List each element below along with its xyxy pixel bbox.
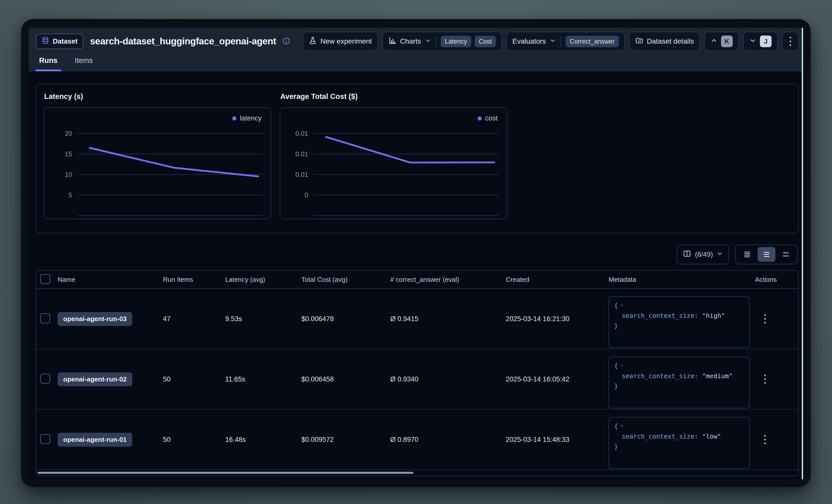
total-cost-cell: $0.009572 — [302, 436, 390, 444]
dataset-badge-label: Dataset — [53, 37, 78, 46]
divider — [436, 36, 436, 47]
json-close-brace: } — [614, 383, 618, 390]
metadata-json-box[interactable]: { search_context_size: "medium" } — [608, 357, 750, 409]
title-row: Dataset search-dataset_huggingface_opena… — [35, 32, 290, 51]
tab-items[interactable]: Items — [71, 56, 97, 71]
cost-chart: cost 0.010.010.010 — [280, 107, 507, 219]
columns-icon — [683, 249, 691, 260]
row-checkbox[interactable] — [40, 313, 50, 324]
shortcut-key-k: K — [721, 35, 733, 47]
row-height-large-option[interactable] — [777, 247, 795, 262]
json-close-brace: } — [614, 322, 618, 330]
evaluators-button[interactable]: Evaluators Correct_answer — [506, 32, 625, 51]
column-header-run-items[interactable]: Run Items — [163, 276, 225, 284]
database-icon — [42, 37, 50, 46]
json-value: "high" — [702, 312, 725, 319]
total-cost-cell: $0.006458 — [302, 375, 390, 383]
new-experiment-button[interactable]: New experiment — [303, 32, 378, 51]
latency-cell: 9.53s — [225, 315, 302, 323]
row-height-small-option[interactable] — [738, 247, 756, 262]
run-name-badge[interactable]: openai-agent-run-01 — [58, 433, 132, 447]
json-key: search_context_size: — [622, 312, 698, 319]
table-header-row: Name Run Items Latency (avg) Total Cost … — [36, 271, 798, 289]
svg-text:0.01: 0.01 — [295, 150, 308, 158]
row-actions-button[interactable] — [762, 312, 768, 326]
run-items-cell: 50 — [163, 436, 225, 444]
chevron-up-icon — [710, 37, 718, 46]
cost-chip[interactable]: Cost — [475, 36, 496, 47]
cost-legend: cost — [477, 114, 498, 122]
run-items-cell: 50 — [163, 375, 225, 383]
dataset-details-label: Dataset details — [647, 37, 694, 46]
svg-text:0.01: 0.01 — [295, 171, 308, 178]
charts-button[interactable]: Charts Latency Cost — [382, 32, 502, 51]
charts-label: Charts — [400, 37, 421, 46]
json-open-brace: { — [614, 423, 618, 430]
json-value: "low" — [702, 433, 721, 440]
row-height-medium-option[interactable] — [758, 247, 775, 262]
app-header: Dataset search-dataset_huggingface_opena… — [29, 28, 803, 71]
json-value: "medium" — [702, 372, 732, 380]
total-cost-cell: $0.006478 — [302, 315, 390, 323]
runs-table: Name Run Items Latency (avg) Total Cost … — [35, 270, 799, 476]
latency-cell: 16.48s — [225, 436, 302, 444]
correct-answer-chip[interactable]: Correct_answer — [566, 36, 619, 47]
table-row[interactable]: openai-agent-run-03 47 9.53s $0.006478 Ø… — [36, 289, 798, 349]
cost-chart-title: Average Total Cost ($) — [280, 92, 506, 101]
column-header-latency[interactable]: Latency (avg) — [225, 276, 302, 284]
run-name-badge[interactable]: openai-agent-run-03 — [58, 312, 132, 326]
legend-dot-icon — [477, 116, 482, 120]
tab-runs[interactable]: Runs — [35, 56, 61, 71]
table-row[interactable]: openai-agent-run-01 50 16.48s $0.009572 … — [36, 410, 798, 470]
row-checkbox[interactable] — [40, 374, 50, 384]
app-window: Dataset search-dataset_huggingface_opena… — [21, 19, 811, 487]
column-header-correct-answer[interactable]: # correct_answer (eval) — [390, 276, 506, 284]
cost-chart-section: Average Total Cost ($) cost 0.010.010.01… — [280, 90, 506, 227]
metadata-json-box[interactable]: { search_context_size: "high" } — [608, 296, 750, 348]
latency-chip[interactable]: Latency — [441, 36, 471, 47]
folder-icon — [635, 36, 643, 47]
previous-run-shortcut-button[interactable]: K — [704, 32, 739, 51]
column-header-total-cost[interactable]: Total Cost (avg) — [302, 276, 390, 284]
run-name-badge[interactable]: openai-agent-run-02 — [58, 372, 132, 386]
json-expand-chevron-icon[interactable] — [620, 361, 624, 371]
dataset-badge[interactable]: Dataset — [35, 33, 83, 49]
table-controls: (6/49) — [677, 245, 798, 264]
json-key: search_context_size: — [622, 433, 698, 440]
column-header-created[interactable]: Created — [506, 276, 608, 284]
info-icon[interactable] — [282, 37, 290, 46]
json-open-brace: { — [614, 302, 618, 309]
next-run-shortcut-button[interactable]: J — [743, 32, 778, 51]
row-actions-button[interactable] — [762, 432, 768, 447]
json-expand-chevron-icon[interactable] — [620, 300, 624, 310]
latency-cell: 11.65s — [225, 375, 302, 383]
row-actions-button[interactable] — [762, 372, 768, 386]
desktop: { "header": { "dataset_badge": "Dataset"… — [0, 0, 832, 504]
column-header-actions: Actions — [755, 276, 798, 284]
row-height-segmented-control — [735, 245, 798, 264]
horizontal-scrollbar[interactable] — [37, 472, 413, 474]
bar-chart-icon — [388, 36, 396, 47]
latency-chart: latency 2015105 — [44, 107, 271, 219]
vertical-scrollbar[interactable] — [802, 28, 803, 479]
chevron-down-icon — [717, 250, 723, 259]
column-header-metadata[interactable]: Metadata — [608, 276, 755, 284]
column-visibility-button[interactable]: (6/49) — [677, 245, 729, 264]
table-row[interactable]: openai-agent-run-02 50 11.65s $0.006458 … — [36, 349, 798, 410]
latency-chart-title: Latency (s) — [44, 92, 270, 101]
page-title: search-dataset_huggingface_openai-agent — [90, 36, 276, 47]
row-checkbox[interactable] — [40, 434, 50, 444]
column-header-name[interactable]: Name — [58, 276, 163, 284]
empty-chart-slot — [516, 90, 743, 227]
more-options-button[interactable] — [782, 32, 799, 51]
chevron-down-icon — [424, 37, 431, 46]
app-viewport: Dataset search-dataset_huggingface_opena… — [29, 28, 803, 479]
json-expand-chevron-icon[interactable] — [620, 421, 624, 431]
legend-label: latency — [240, 114, 261, 122]
run-items-cell: 47 — [163, 315, 225, 323]
metadata-json-box[interactable]: { search_context_size: "low" } — [608, 417, 750, 469]
dataset-details-button[interactable]: Dataset details — [629, 32, 700, 51]
columns-count-label: (6/49) — [695, 251, 713, 258]
select-all-checkbox[interactable] — [40, 274, 50, 284]
flask-icon — [309, 36, 317, 47]
